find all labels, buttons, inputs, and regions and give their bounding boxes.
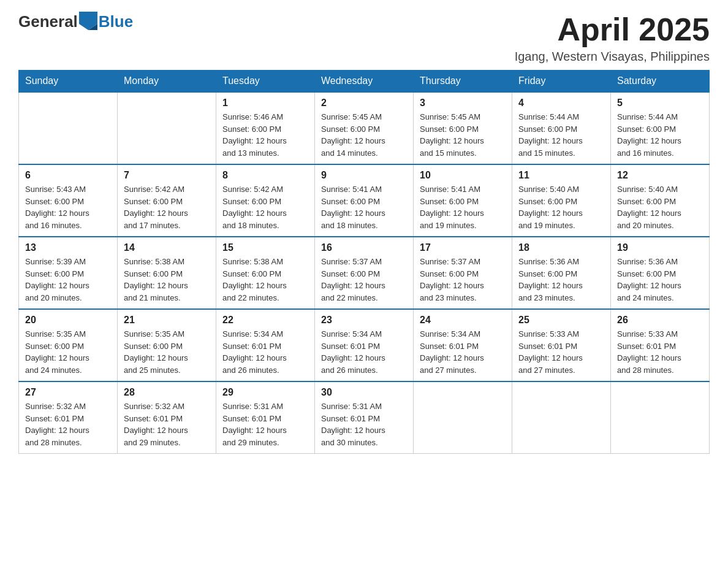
day-info: Sunrise: 5:40 AMSunset: 6:00 PMDaylight:…	[518, 183, 604, 231]
day-number: 15	[222, 242, 308, 253]
day-number: 3	[420, 98, 506, 109]
day-cell	[19, 92, 118, 164]
day-cell	[611, 381, 710, 454]
day-cell: 1Sunrise: 5:46 AMSunset: 6:00 PMDaylight…	[216, 92, 315, 164]
day-cell: 21Sunrise: 5:35 AMSunset: 6:00 PMDayligh…	[118, 309, 216, 381]
day-info: Sunrise: 5:40 AMSunset: 6:00 PMDaylight:…	[617, 183, 703, 231]
day-cell: 20Sunrise: 5:35 AMSunset: 6:00 PMDayligh…	[19, 309, 118, 381]
day-cell: 16Sunrise: 5:37 AMSunset: 6:00 PMDayligh…	[315, 237, 414, 309]
day-cell: 7Sunrise: 5:42 AMSunset: 6:00 PMDaylight…	[118, 164, 216, 237]
day-number: 19	[617, 242, 703, 253]
day-info: Sunrise: 5:32 AMSunset: 6:01 PMDaylight:…	[124, 400, 210, 448]
day-info: Sunrise: 5:38 AMSunset: 6:00 PMDaylight:…	[222, 256, 308, 304]
day-info: Sunrise: 5:36 AMSunset: 6:00 PMDaylight:…	[617, 256, 703, 304]
week-row-5: 27Sunrise: 5:32 AMSunset: 6:01 PMDayligh…	[19, 381, 710, 454]
calendar-header: SundayMondayTuesdayWednesdayThursdayFrid…	[19, 71, 710, 93]
day-info: Sunrise: 5:35 AMSunset: 6:00 PMDaylight:…	[25, 328, 111, 376]
day-info: Sunrise: 5:44 AMSunset: 6:00 PMDaylight:…	[617, 111, 703, 159]
day-cell: 23Sunrise: 5:34 AMSunset: 6:01 PMDayligh…	[315, 309, 414, 381]
day-info: Sunrise: 5:39 AMSunset: 6:00 PMDaylight:…	[25, 256, 111, 304]
day-cell	[118, 92, 216, 164]
day-cell: 15Sunrise: 5:38 AMSunset: 6:00 PMDayligh…	[216, 237, 315, 309]
day-cell: 28Sunrise: 5:32 AMSunset: 6:01 PMDayligh…	[118, 381, 216, 454]
day-cell: 6Sunrise: 5:43 AMSunset: 6:00 PMDaylight…	[19, 164, 118, 237]
day-cell: 5Sunrise: 5:44 AMSunset: 6:00 PMDaylight…	[611, 92, 710, 164]
day-info: Sunrise: 5:33 AMSunset: 6:01 PMDaylight:…	[518, 328, 604, 376]
day-info: Sunrise: 5:46 AMSunset: 6:00 PMDaylight:…	[222, 111, 308, 159]
day-cell: 24Sunrise: 5:34 AMSunset: 6:01 PMDayligh…	[414, 309, 512, 381]
week-row-2: 6Sunrise: 5:43 AMSunset: 6:00 PMDaylight…	[19, 164, 710, 237]
header-cell-thursday: Thursday	[414, 71, 512, 93]
day-cell: 30Sunrise: 5:31 AMSunset: 6:01 PMDayligh…	[315, 381, 414, 454]
day-number: 18	[518, 242, 604, 253]
day-cell	[414, 381, 512, 454]
day-cell: 22Sunrise: 5:34 AMSunset: 6:01 PMDayligh…	[216, 309, 315, 381]
day-cell: 14Sunrise: 5:38 AMSunset: 6:00 PMDayligh…	[118, 237, 216, 309]
day-number: 14	[124, 242, 210, 253]
day-info: Sunrise: 5:45 AMSunset: 6:00 PMDaylight:…	[321, 111, 407, 159]
title-area: April 2025 Igang, Western Visayas, Phili…	[515, 12, 710, 64]
day-info: Sunrise: 5:34 AMSunset: 6:01 PMDaylight:…	[321, 328, 407, 376]
day-info: Sunrise: 5:42 AMSunset: 6:00 PMDaylight:…	[124, 183, 210, 231]
day-cell: 2Sunrise: 5:45 AMSunset: 6:00 PMDaylight…	[315, 92, 414, 164]
day-info: Sunrise: 5:33 AMSunset: 6:01 PMDaylight:…	[617, 328, 703, 376]
day-number: 1	[222, 98, 308, 109]
day-info: Sunrise: 5:42 AMSunset: 6:00 PMDaylight:…	[222, 183, 308, 231]
day-info: Sunrise: 5:34 AMSunset: 6:01 PMDaylight:…	[420, 328, 506, 376]
day-cell: 29Sunrise: 5:31 AMSunset: 6:01 PMDayligh…	[216, 381, 315, 454]
day-number: 30	[321, 387, 407, 398]
day-cell: 4Sunrise: 5:44 AMSunset: 6:00 PMDaylight…	[512, 92, 611, 164]
day-info: Sunrise: 5:31 AMSunset: 6:01 PMDaylight:…	[222, 400, 308, 448]
day-info: Sunrise: 5:32 AMSunset: 6:01 PMDaylight:…	[25, 400, 111, 448]
day-info: Sunrise: 5:31 AMSunset: 6:01 PMDaylight:…	[321, 400, 407, 448]
day-info: Sunrise: 5:37 AMSunset: 6:00 PMDaylight:…	[321, 256, 407, 304]
day-cell	[512, 381, 611, 454]
day-number: 25	[518, 315, 604, 326]
day-info: Sunrise: 5:41 AMSunset: 6:00 PMDaylight:…	[420, 183, 506, 231]
logo-blue-text: Blue	[99, 12, 133, 31]
day-cell: 19Sunrise: 5:36 AMSunset: 6:00 PMDayligh…	[611, 237, 710, 309]
month-title: April 2025	[515, 12, 710, 47]
day-number: 8	[222, 170, 308, 181]
day-number: 20	[25, 315, 111, 326]
calendar-table: SundayMondayTuesdayWednesdayThursdayFrid…	[18, 70, 710, 454]
day-number: 17	[420, 242, 506, 253]
day-info: Sunrise: 5:37 AMSunset: 6:00 PMDaylight:…	[420, 256, 506, 304]
day-info: Sunrise: 5:43 AMSunset: 6:00 PMDaylight:…	[25, 183, 111, 231]
page-header: General Blue April 2025 Igang, Western V…	[18, 12, 710, 64]
day-cell: 26Sunrise: 5:33 AMSunset: 6:01 PMDayligh…	[611, 309, 710, 381]
day-info: Sunrise: 5:35 AMSunset: 6:00 PMDaylight:…	[124, 328, 210, 376]
day-number: 21	[124, 315, 210, 326]
day-number: 29	[222, 387, 308, 398]
header-cell-wednesday: Wednesday	[315, 71, 414, 93]
day-number: 22	[222, 315, 308, 326]
day-cell: 25Sunrise: 5:33 AMSunset: 6:01 PMDayligh…	[512, 309, 611, 381]
header-cell-tuesday: Tuesday	[216, 71, 315, 93]
day-number: 10	[420, 170, 506, 181]
day-number: 24	[420, 315, 506, 326]
calendar-body: 1Sunrise: 5:46 AMSunset: 6:00 PMDaylight…	[19, 92, 710, 454]
day-cell: 10Sunrise: 5:41 AMSunset: 6:00 PMDayligh…	[414, 164, 512, 237]
header-cell-monday: Monday	[118, 71, 216, 93]
day-number: 23	[321, 315, 407, 326]
day-number: 26	[617, 315, 703, 326]
day-info: Sunrise: 5:41 AMSunset: 6:00 PMDaylight:…	[321, 183, 407, 231]
week-row-4: 20Sunrise: 5:35 AMSunset: 6:00 PMDayligh…	[19, 309, 710, 381]
day-info: Sunrise: 5:34 AMSunset: 6:01 PMDaylight:…	[222, 328, 308, 376]
day-number: 5	[617, 98, 703, 109]
header-cell-friday: Friday	[512, 71, 611, 93]
day-cell: 13Sunrise: 5:39 AMSunset: 6:00 PMDayligh…	[19, 237, 118, 309]
day-cell: 17Sunrise: 5:37 AMSunset: 6:00 PMDayligh…	[414, 237, 512, 309]
header-cell-sunday: Sunday	[19, 71, 118, 93]
day-number: 28	[124, 387, 210, 398]
header-row: SundayMondayTuesdayWednesdayThursdayFrid…	[19, 71, 710, 93]
day-cell: 18Sunrise: 5:36 AMSunset: 6:00 PMDayligh…	[512, 237, 611, 309]
day-number: 2	[321, 98, 407, 109]
day-number: 9	[321, 170, 407, 181]
logo: General Blue	[18, 12, 133, 31]
day-number: 13	[25, 242, 111, 253]
day-number: 11	[518, 170, 604, 181]
day-number: 16	[321, 242, 407, 253]
day-cell: 27Sunrise: 5:32 AMSunset: 6:01 PMDayligh…	[19, 381, 118, 454]
day-cell: 9Sunrise: 5:41 AMSunset: 6:00 PMDaylight…	[315, 164, 414, 237]
